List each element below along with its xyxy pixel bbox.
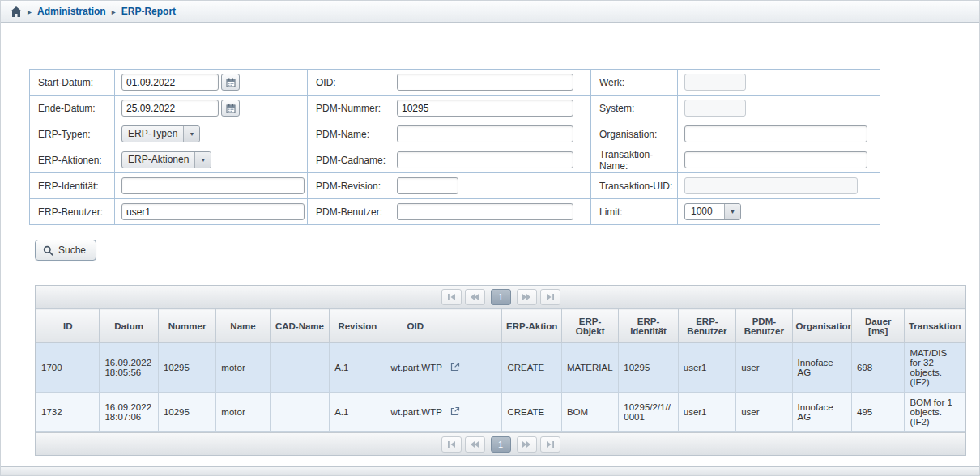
column-header-organisation: Organisation xyxy=(792,309,851,343)
cell-oid-link xyxy=(445,343,502,393)
column-header-id: ID xyxy=(36,309,100,343)
last-page-button[interactable] xyxy=(540,289,560,305)
cell-revision: A.1 xyxy=(330,343,386,393)
cell-oid: wt.part.WTP xyxy=(386,343,445,393)
bottom-bar xyxy=(1,466,979,475)
first-page-button[interactable] xyxy=(441,436,462,453)
cell-transaktion: MAT/DIS for 32 objects. (IF2) xyxy=(905,343,965,393)
cell-erp-identitaet: 10295 xyxy=(619,343,678,393)
cell-name: motor xyxy=(216,343,270,393)
prev-page-button[interactable] xyxy=(465,436,485,453)
cell-name: motor xyxy=(216,393,270,432)
chevron-down-icon: ▼ xyxy=(200,157,206,163)
first-page-button[interactable] xyxy=(441,289,462,305)
pdm-benutzer-input[interactable] xyxy=(397,203,573,220)
pdm-revision-input[interactable] xyxy=(397,177,458,194)
pdm-benutzer-label: PDM-Benutzer: xyxy=(308,199,390,225)
paginator-top: 1 xyxy=(36,286,965,308)
cell-datum: 16.09.2022 18:07:06 xyxy=(100,393,158,432)
pdm-nummer-input[interactable] xyxy=(397,100,573,117)
column-header-revision: Revision xyxy=(330,309,386,343)
cell-organisation: Innoface AG xyxy=(792,393,851,432)
page-number-button[interactable]: 1 xyxy=(491,289,511,305)
column-header-dauer: Dauer [ms] xyxy=(852,309,905,343)
table-row[interactable]: 1700 16.09.2022 18:05:56 10295 motor A.1… xyxy=(36,343,965,393)
pdm-name-input[interactable] xyxy=(397,125,573,142)
results-table: 1 ID Datum Nummer Name CAD-Name Revision xyxy=(35,285,966,456)
cell-id: 1732 xyxy=(36,393,100,432)
cell-cad-name xyxy=(270,343,329,393)
cell-nummer: 10295 xyxy=(158,393,215,432)
search-button[interactable]: Suche xyxy=(35,240,96,261)
paginator-bottom: 1 xyxy=(36,432,965,455)
column-header-pdm-benutzer: PDM-Benutzer xyxy=(736,309,792,343)
breadcrumb-administration[interactable]: Administration xyxy=(37,6,106,17)
results-grid: ID Datum Nummer Name CAD-Name Revision O… xyxy=(36,308,965,432)
home-icon[interactable] xyxy=(11,6,22,17)
start-datum-input[interactable] xyxy=(121,74,219,91)
cell-organisation: Innoface AG xyxy=(792,343,851,393)
filter-panel: Start-Datum: OID: Werk: Ende-Datum: xyxy=(29,69,880,225)
system-input xyxy=(684,100,746,117)
cell-revision: A.1 xyxy=(330,393,386,432)
transaktion-name-label: Transaktion-Name: xyxy=(591,147,678,173)
erp-aktionen-select[interactable]: ERP-Aktionen ▼ xyxy=(121,151,211,168)
page-number-button[interactable]: 1 xyxy=(491,436,511,453)
limit-label: Limit: xyxy=(591,199,678,225)
breadcrumb-separator-icon: ▸ xyxy=(28,7,32,16)
calendar-icon xyxy=(226,104,236,113)
organisation-input[interactable] xyxy=(684,125,867,142)
erp-report-page: ▸ Administration ▸ ERP-Report Start-Datu… xyxy=(0,0,980,476)
erp-identitaet-input[interactable] xyxy=(121,177,305,194)
column-header-erp-identitaet: ERP-Identität xyxy=(619,309,678,343)
cell-erp-objekt: BOM xyxy=(561,393,618,432)
pdm-cadname-input[interactable] xyxy=(397,151,573,168)
transaktion-name-input[interactable] xyxy=(684,151,867,168)
pdm-cadname-label: PDM-Cadname: xyxy=(308,147,390,173)
erp-typen-label: ERP-Typen: xyxy=(30,121,115,147)
next-page-button[interactable] xyxy=(517,289,537,305)
search-button-label: Suche xyxy=(58,244,86,256)
external-link-icon[interactable] xyxy=(450,363,460,373)
ende-datum-input[interactable] xyxy=(121,100,219,117)
pdm-revision-label: PDM-Revision: xyxy=(308,173,390,199)
column-header-erp-benutzer: ERP-Benutzer xyxy=(678,309,735,343)
cell-dauer: 698 xyxy=(852,343,905,393)
calendar-icon xyxy=(226,78,236,87)
header-row: ID Datum Nummer Name CAD-Name Revision O… xyxy=(36,309,965,343)
calendar-button[interactable] xyxy=(221,100,240,117)
cell-nummer: 10295 xyxy=(158,343,215,393)
erp-typen-select[interactable]: ERP-Typen ▼ xyxy=(121,125,200,142)
oid-label: OID: xyxy=(308,70,390,96)
erp-benutzer-input[interactable] xyxy=(121,203,305,220)
cell-dauer: 495 xyxy=(852,393,905,432)
next-page-button[interactable] xyxy=(517,436,537,453)
start-datum-label: Start-Datum: xyxy=(30,70,115,96)
chevron-down-icon: ▼ xyxy=(730,209,735,215)
external-link-icon[interactable] xyxy=(450,408,460,418)
pdm-nummer-label: PDM-Nummer: xyxy=(308,96,390,121)
oid-input[interactable] xyxy=(397,74,573,91)
column-header-nummer: Nummer xyxy=(158,309,215,343)
cell-erp-aktion: CREATE xyxy=(502,343,561,393)
calendar-button[interactable] xyxy=(221,74,240,91)
cell-erp-benutzer: user1 xyxy=(678,393,735,432)
organisation-label: Organisation: xyxy=(591,121,678,147)
cell-id: 1700 xyxy=(36,343,100,393)
table-row[interactable]: 1732 16.09.2022 18:07:06 10295 motor A.1… xyxy=(36,393,965,432)
erp-aktionen-label: ERP-Aktionen: xyxy=(30,147,115,173)
column-header-transaktion: Transaktion xyxy=(905,309,965,343)
last-page-button[interactable] xyxy=(540,436,560,453)
breadcrumb-erp-report[interactable]: ERP-Report xyxy=(121,6,176,17)
werk-label: Werk: xyxy=(591,70,678,96)
erp-identitaet-label: ERP-Identität: xyxy=(30,173,115,199)
limit-select[interactable]: 1000 ▼ xyxy=(684,203,741,220)
search-icon xyxy=(43,245,53,256)
werk-input xyxy=(684,74,746,91)
chevron-down-icon: ▼ xyxy=(189,131,194,137)
cell-datum: 16.09.2022 18:05:56 xyxy=(100,343,158,393)
prev-page-button[interactable] xyxy=(465,289,485,305)
transaktion-uid-label: Transaktion-UID: xyxy=(591,173,678,199)
cell-erp-benutzer: user1 xyxy=(678,343,735,393)
column-header-link xyxy=(445,309,502,343)
